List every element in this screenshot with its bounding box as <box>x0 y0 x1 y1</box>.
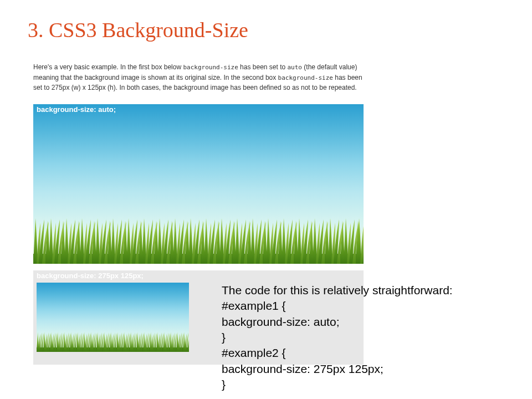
code-line-4: } <box>222 330 515 345</box>
code-line-6: background-size: 275px 125px; <box>222 361 515 377</box>
example1-box: background-size: auto; <box>33 104 364 264</box>
example2-label: background-size: 275px 125px; <box>37 272 144 280</box>
example2-thumb <box>37 283 189 352</box>
code-line-2: #example1 { <box>222 298 515 314</box>
intro-paragraph: Here's a very basic example. In the firs… <box>33 62 366 93</box>
intro-text-1: Here's a very basic example. In the firs… <box>33 63 183 71</box>
intro-code-3: background-size <box>278 74 333 81</box>
code-line-3: background-size: auto; <box>222 314 515 330</box>
intro-text-2: has been set to <box>238 63 288 71</box>
code-explanation: The code for this is relatively straight… <box>222 283 515 392</box>
intro-code-2: auto <box>288 64 303 71</box>
example1-label: background-size: auto; <box>37 105 116 114</box>
example2-grass <box>37 332 189 352</box>
intro-code-1: background-size <box>183 64 238 71</box>
code-line-1: The code for this is relatively straight… <box>222 283 515 298</box>
code-line-7: } <box>222 377 515 392</box>
example1-grass <box>33 218 364 264</box>
slide-title: 3. CSS3 Background-Size <box>28 18 248 42</box>
slide: 3. CSS3 Background-Size Here's a very ba… <box>0 0 532 399</box>
code-line-5: #example2 { <box>222 345 515 361</box>
